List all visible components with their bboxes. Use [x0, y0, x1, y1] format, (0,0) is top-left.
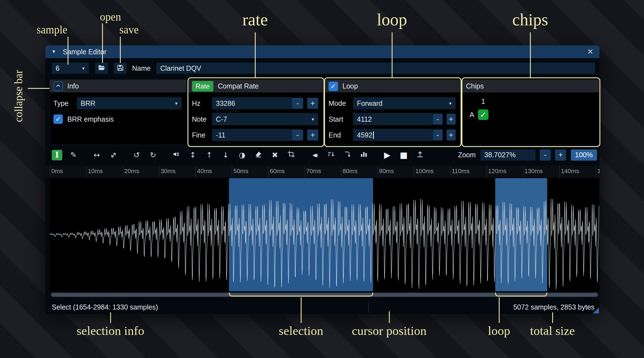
silence-button[interactable] — [253, 150, 264, 160]
hz-value: 33286 — [216, 99, 235, 107]
type-select[interactable]: BRR ▼ — [77, 97, 182, 109]
ruler-label: 10ms — [88, 168, 103, 175]
sample-selector[interactable]: 6 ▼ — [52, 63, 89, 74]
loop-start-row: Start 4112 - + — [329, 113, 456, 125]
reverse-button[interactable]: ◀◀ — [309, 150, 320, 160]
loop-end-increase-button[interactable]: + — [446, 129, 456, 141]
text-cursor — [373, 131, 374, 139]
caret-down-icon: ▼ — [448, 101, 456, 106]
ruler-tick — [341, 166, 341, 177]
chips-panel-title: Chips — [466, 82, 484, 90]
loop-mode-select[interactable]: Forward ▼ — [353, 97, 456, 109]
fade-in-icon: ↑ — [206, 151, 213, 159]
resize-grip[interactable] — [593, 307, 599, 313]
filter-icon — [327, 150, 335, 160]
ruler-tick — [305, 166, 305, 177]
annotation-selection-label: selection — [279, 323, 323, 338]
loop-start-decrease-button[interactable]: - — [433, 114, 443, 125]
chart-button[interactable] — [359, 150, 369, 160]
selection-info-text: Select (1654-2984: 1330 samples) — [52, 303, 158, 311]
ruler-tick — [487, 166, 487, 177]
waveform-canvas[interactable] — [50, 178, 599, 291]
chip-column-header: 1 — [481, 97, 485, 106]
crossfade-button[interactable] — [342, 150, 353, 160]
zoom-reset-button[interactable]: 100% — [571, 149, 597, 161]
toolbar-icons: I✎↔↔↺↻↕↑↓◑✖◀◀▶■ — [52, 150, 425, 160]
note-value: C-7 — [212, 115, 311, 123]
stop-button[interactable]: ■ — [398, 150, 409, 160]
ruler-label: 50ms — [233, 168, 248, 175]
hz-increase-button[interactable]: + — [307, 98, 318, 109]
name-input[interactable]: Clarinet DQV — [156, 63, 595, 74]
rate-panel-title: Compat Rate — [218, 82, 259, 90]
edit-mode-icon: I — [55, 150, 59, 160]
trim-icon — [287, 150, 295, 160]
check-icon: ✓ — [330, 82, 336, 90]
resize-button[interactable]: ↔ — [92, 150, 102, 160]
chip-a-enable-checkbox[interactable]: ✓ — [478, 109, 488, 120]
window-collapse-icon[interactable]: ▼ — [51, 49, 56, 55]
undo-button[interactable]: ↺ — [131, 150, 142, 160]
scrollbar-handle[interactable] — [51, 293, 598, 297]
filter-button[interactable] — [326, 150, 336, 160]
fine-input[interactable]: -11 — [212, 129, 292, 141]
loop-panel: ✓ Loop Mode Forward ▼ Start 4112 - + — [325, 80, 460, 145]
fade-in-button[interactable]: ↑ — [204, 150, 214, 160]
titlebar[interactable]: ▼ Sample Editor ✕ — [45, 45, 599, 58]
delete-button[interactable]: ✖ — [270, 150, 280, 160]
hz-row: Hz 33286 - + — [192, 97, 318, 109]
fine-increase-button[interactable]: + — [307, 129, 318, 141]
rate-badge[interactable]: Rate — [192, 81, 213, 92]
ruler-tick — [268, 166, 269, 177]
open-button[interactable] — [95, 63, 108, 74]
redo-icon: ↻ — [150, 151, 156, 159]
ruler-label: 60ms — [270, 168, 285, 175]
loop-end-value: 4592 — [357, 131, 372, 139]
fade-out-button[interactable]: ↓ — [220, 150, 231, 160]
annotation-selection-info-label: selection info — [77, 323, 144, 338]
edit-mode-button[interactable]: I — [52, 150, 62, 160]
ruler-label: 40ms — [197, 168, 212, 175]
rate-panel: Rate Compat Rate Hz 33286 - + Note C-7 ▼… — [188, 80, 323, 145]
hz-decrease-button[interactable]: - — [292, 98, 303, 109]
waveform-scrollbar[interactable] — [50, 292, 599, 298]
loop-end-input[interactable]: 4592 — [353, 129, 433, 141]
loop-start-input[interactable]: 4112 — [353, 113, 433, 125]
annotation-loop-bottom-label: loop — [488, 323, 510, 338]
sample-editor-window: ▼ Sample Editor ✕ 6 ▼ Name Clarinet DQV … — [45, 45, 599, 314]
loop-mode-row: Mode Forward ▼ — [329, 97, 456, 109]
zoom-out-button[interactable]: - — [540, 149, 551, 161]
zoom-input[interactable]: 38.7027% — [480, 149, 536, 161]
draw-button[interactable]: ✎ — [68, 150, 79, 160]
draw-icon: ✎ — [70, 151, 77, 159]
resample-button[interactable]: ↔ — [108, 150, 119, 160]
info-collapse-button[interactable] — [53, 82, 63, 91]
play-button[interactable]: ▶ — [382, 150, 393, 160]
trim-button[interactable] — [286, 150, 297, 160]
time-ruler[interactable]: 0ms10ms20ms30ms40ms50ms60ms70ms80ms90ms1… — [45, 166, 599, 177]
loop-end-decrease-button[interactable]: - — [433, 129, 443, 141]
brr-emphasis-checkbox[interactable]: ✓ — [53, 114, 63, 124]
import-button[interactable] — [415, 150, 425, 160]
loop-panel-title: Loop — [342, 82, 358, 90]
save-button[interactable] — [114, 63, 127, 74]
note-select[interactable]: C-7 ▼ — [212, 113, 318, 125]
name-value: Clarinet DQV — [160, 64, 201, 72]
close-icon[interactable]: ✕ — [587, 47, 593, 56]
loop-start-increase-button[interactable]: + — [446, 114, 456, 125]
ruler-label: 0ms — [51, 168, 63, 175]
annotation-save-label: save — [119, 23, 139, 36]
ruler-tick — [123, 166, 123, 177]
zoom-in-button[interactable]: + — [555, 149, 566, 161]
amplify-button[interactable] — [171, 150, 182, 160]
import-icon — [416, 150, 424, 160]
type-value: BRR — [77, 99, 174, 107]
ruler-label: 110ms — [452, 168, 470, 175]
normalize-button[interactable]: ↕ — [187, 150, 198, 160]
redo-button[interactable]: ↻ — [148, 150, 158, 160]
invert-button[interactable]: ◑ — [237, 150, 247, 160]
fine-decrease-button[interactable]: - — [292, 129, 303, 141]
loop-checkbox[interactable]: ✓ — [329, 82, 338, 91]
open-folder-icon — [98, 64, 105, 72]
hz-input[interactable]: 33286 — [212, 97, 292, 109]
